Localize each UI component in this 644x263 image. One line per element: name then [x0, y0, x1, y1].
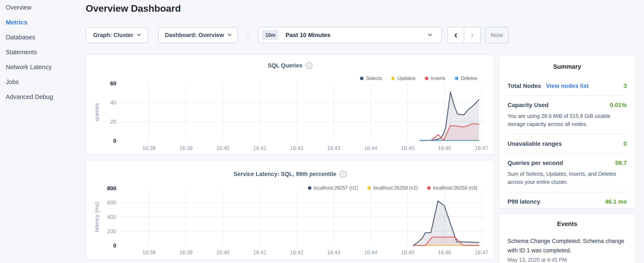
chevron-down-icon	[137, 32, 141, 36]
svg-text:queries: queries	[94, 103, 100, 121]
summary-row-total-nodes: Total Nodes View nodes list 3	[508, 83, 627, 89]
svg-text:60: 60	[110, 80, 116, 87]
summary-row-unavailable-ranges: Unavailable ranges 0	[508, 140, 627, 147]
time-next-button[interactable]: ›	[464, 28, 480, 43]
time-range-badge: 10m	[262, 30, 279, 40]
svg-text:800: 800	[107, 185, 116, 191]
svg-text:0: 0	[113, 242, 116, 249]
summary-row-p99-latency: P99 latency 46.1 ms	[508, 198, 627, 205]
page-title: Overview Dashboard	[86, 3, 181, 14]
summary-row-qps: Queries per second 59.7 Sum of Selects, …	[508, 160, 627, 186]
svg-text:400: 400	[107, 214, 116, 220]
svg-text:16:41: 16:41	[253, 145, 266, 151]
time-now-button[interactable]: Now	[485, 27, 509, 43]
unavailable-ranges-label: Unavailable ranges	[508, 140, 562, 147]
svg-text:16:43: 16:43	[327, 145, 340, 151]
view-nodes-list-link[interactable]: View nodes list	[546, 83, 589, 89]
sidebar-item-overview[interactable]: Overview	[0, 0, 85, 15]
divider	[508, 153, 627, 154]
svg-text:16:46: 16:46	[438, 249, 451, 255]
svg-text:16:43: 16:43	[327, 249, 340, 255]
summary-panel: Summary Total Nodes View nodes list 3 Ca…	[498, 55, 636, 208]
event-timestamp: May 13, 2020 at 4:45 PM	[508, 257, 627, 263]
divider	[508, 95, 627, 96]
divider	[508, 192, 627, 192]
total-nodes-value: 3	[624, 83, 627, 89]
svg-text:16:42: 16:42	[290, 249, 304, 255]
svg-text:16:38: 16:38	[142, 145, 156, 151]
svg-text:16:39: 16:39	[179, 145, 193, 151]
sidebar-item-advanced-debug[interactable]: Advanced Debug	[0, 89, 85, 104]
chevron-down-icon	[228, 32, 232, 36]
svg-text:16:44: 16:44	[364, 249, 378, 255]
svg-text:0: 0	[113, 138, 116, 144]
svg-text:16:42: 16:42	[290, 145, 304, 151]
svg-text:16:40: 16:40	[216, 249, 230, 255]
sql-queries-chart[interactable]: 16:3816:3916:4016:4116:4216:4316:4416:45…	[86, 55, 494, 154]
time-step-buttons: ‹ ›	[448, 27, 481, 43]
sql-queries-chart-card: SQL Queries i SelectsUpdatesInsertsDelet…	[86, 54, 494, 155]
service-latency-chart-card: Service Latency: SQL, 99th percentile i …	[86, 160, 494, 259]
svg-text:20: 20	[110, 119, 116, 125]
app-root: { "sidebar": { "items": [ {"label": "Ove…	[0, 0, 644, 263]
dashboard-label: Dashboard: Overview	[165, 32, 224, 39]
event-list-item: Schema Change Completed: Schema change w…	[508, 236, 627, 263]
sidebar-item-metrics[interactable]: Metrics	[0, 15, 85, 30]
svg-text:latency (ms): latency (ms)	[94, 202, 100, 232]
capacity-used-value: 0.01%	[610, 102, 627, 109]
sidebar-item-jobs[interactable]: Jobs	[0, 75, 85, 89]
summary-row-capacity: Capacity Used 0.01% You are using 28.6 M…	[508, 102, 627, 128]
sidebar-item-network-latency[interactable]: Network Latency	[0, 60, 85, 75]
queries-per-second-value: 59.7	[615, 160, 627, 166]
svg-text:16:44: 16:44	[364, 145, 378, 151]
service-latency-chart[interactable]: 16:3816:3916:4016:4116:4216:4316:4416:45…	[86, 160, 494, 259]
toolbar-divider	[248, 27, 248, 43]
svg-text:16:45: 16:45	[401, 249, 414, 255]
svg-text:16:46: 16:46	[438, 145, 451, 151]
svg-text:16:47: 16:47	[475, 249, 488, 255]
time-range-dropdown[interactable]: 10m Past 10 Minutes	[258, 27, 442, 43]
sidebar-item-statements[interactable]: Statements	[0, 45, 85, 60]
p99-latency-value: 46.1 ms	[605, 198, 627, 205]
summary-title: Summary	[508, 63, 627, 70]
svg-text:16:45: 16:45	[401, 145, 414, 151]
chevron-down-icon	[428, 32, 432, 36]
events-title: Events	[508, 220, 627, 227]
queries-per-second-description: Sum of Selects, Updates, Inserts, and De…	[508, 170, 627, 186]
svg-text:16:38: 16:38	[142, 249, 156, 255]
svg-text:200: 200	[107, 228, 116, 234]
divider	[508, 134, 627, 134]
queries-per-second-label: Queries per second	[508, 160, 563, 166]
graph-scope-dropdown[interactable]: Graph: Cluster	[86, 27, 148, 43]
svg-text:16:39: 16:39	[179, 249, 193, 255]
dashboard-dropdown[interactable]: Dashboard: Overview	[158, 27, 238, 43]
svg-text:16:40: 16:40	[216, 145, 230, 151]
svg-text:16:47: 16:47	[475, 145, 488, 151]
sidebar-nav: Overview Metrics Databases Statements Ne…	[0, 0, 85, 263]
p99-latency-label: P99 latency	[508, 198, 540, 205]
sidebar-item-databases[interactable]: Databases	[0, 30, 85, 45]
unavailable-ranges-value: 0	[624, 140, 627, 147]
capacity-used-label: Capacity Used	[508, 102, 548, 109]
svg-text:600: 600	[107, 199, 116, 206]
capacity-used-description: You are using 28.6 MiB of 515.9 GiB usab…	[508, 112, 627, 128]
event-text: Schema Change Completed: Schema change w…	[508, 236, 627, 255]
time-range-label: Past 10 Minutes	[286, 32, 428, 39]
events-panel: Events Schema Change Completed: Schema c…	[498, 213, 636, 263]
svg-text:16:41: 16:41	[253, 249, 266, 255]
svg-text:40: 40	[110, 99, 116, 106]
total-nodes-label: Total Nodes	[508, 83, 541, 89]
graph-scope-label: Graph: Cluster	[93, 32, 133, 39]
toolbar: Graph: Cluster Dashboard: Overview 10m P…	[86, 27, 509, 43]
time-prev-button[interactable]: ‹	[448, 28, 464, 43]
